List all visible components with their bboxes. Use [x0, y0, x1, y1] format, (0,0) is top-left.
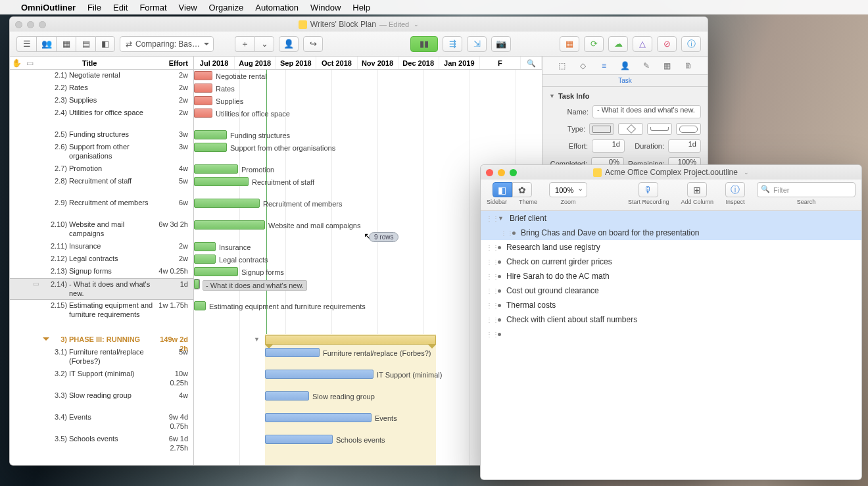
search-icon[interactable]: 🔍 [521, 57, 542, 69]
view-grid-button[interactable]: ▦ [56, 36, 76, 52]
task-row[interactable]: 2.1)Negotiate rental2w [10, 70, 193, 82]
inspector-tab-resource[interactable]: 👤 [618, 61, 633, 70]
effort-field[interactable]: 1d [592, 139, 625, 153]
view-cards-button[interactable]: ▤ [76, 36, 95, 52]
gantt-bar[interactable]: Website and mail campaigns [194, 220, 265, 230]
name-field[interactable]: - What it does and what's new. [592, 105, 701, 118]
app-menu[interactable]: OmniOutliner [21, 3, 76, 12]
menu-automation[interactable]: Automation [255, 3, 299, 12]
inspector-tab-custom[interactable]: ▦ [660, 61, 675, 70]
gantt-bar[interactable]: Utilities for office space [194, 109, 212, 118]
view-outline-button[interactable]: ☰ [16, 36, 36, 52]
outline-row[interactable]: ⋮⋮Cost out ground clearance [481, 283, 861, 298]
menubar[interactable]: OmniOutliner File Edit Format View Organ… [0, 0, 868, 14]
task-row[interactable]: 3.4)Events9w 4d 0.75h [10, 412, 193, 433]
view-people-button[interactable]: 👥 [36, 36, 56, 52]
task-row[interactable]: 2.10)Website and mail campaigns6w 3d 2h [10, 219, 193, 241]
menu-file[interactable]: File [87, 3, 101, 12]
menu-edit[interactable]: Edit [113, 3, 128, 12]
menu-help[interactable]: Help [352, 3, 370, 12]
minimize-button[interactable] [27, 21, 34, 28]
gantt-bar[interactable]: Funding structures [194, 130, 227, 139]
gantt-bar[interactable]: Rates [194, 84, 212, 93]
info-button[interactable]: ⓘ [681, 36, 701, 52]
task-row[interactable]: 2.12)Legal contracts2w [10, 253, 193, 266]
task-info-header[interactable]: Task Info [549, 92, 701, 100]
gantt-bar[interactable]: Estimating equipment and furniture requi… [194, 301, 206, 310]
publish-button[interactable]: ☁︎ [608, 36, 628, 52]
task-row[interactable]: 3.1)Furniture rental/replace (Forbes?)5w [10, 347, 193, 368]
link-button[interactable]: ↪ [303, 36, 323, 52]
task-row[interactable]: 3)PHASE III: RUNNING149w 2d 2h [10, 334, 193, 347]
task-row[interactable]: 3.5)Schools events6w 1d 2.75h [10, 433, 193, 455]
gantt-bar[interactable]: Furniture rental/replace (Forbes?) [265, 348, 320, 357]
note-column-icon[interactable]: ▭ [23, 59, 36, 68]
titlebar[interactable]: Writers' Block Plan — Edited⌄ [10, 17, 708, 32]
task-row[interactable]: 3.3)Slow reading group4w [10, 390, 193, 412]
task-row[interactable]: 2.3)Supplies2w [10, 95, 193, 107]
duration-field[interactable]: 1d [668, 139, 701, 153]
task-row[interactable]: 2.11)Insurance2w [10, 241, 193, 253]
snapshot-button[interactable]: 📷 [491, 36, 511, 52]
omnioutliner-window[interactable]: Acme Office Complex Project.ooutline⌄ ◧ … [480, 164, 862, 480]
gantt-bar[interactable]: Signup forms [194, 267, 238, 276]
gantt-bar[interactable]: Recruitment of members [194, 199, 260, 208]
level-button[interactable]: ⇶ [443, 36, 462, 52]
reschedule-button[interactable]: ⇲ [467, 36, 487, 52]
task-row[interactable]: 3.2)IT Support (minimal)10w 0.25h [10, 368, 193, 390]
catch-up-button[interactable]: ▮▮ [410, 36, 438, 52]
outline-row[interactable]: ⋮⋮ [481, 327, 861, 341]
view-board-button[interactable]: ◧ [95, 36, 115, 52]
close-button[interactable] [486, 169, 493, 176]
type-task-button[interactable] [589, 123, 614, 135]
outline-row[interactable]: ⋮⋮Bring Chas and Dave on board for the p… [481, 226, 861, 240]
zoom-button[interactable] [510, 169, 517, 176]
gantt-bar[interactable]: - What it does and what's new. [194, 279, 199, 289]
inspector-tab-attachments[interactable]: 🗎 [681, 61, 696, 70]
task-row[interactable]: 2.8)Recruitment of staff5w [10, 176, 193, 197]
task-row[interactable]: 2.4)Utilities for office space2w [10, 107, 193, 129]
gantt-bar[interactable]: Insurance [194, 242, 216, 251]
outline-row[interactable]: ⋮⋮Thermal costs [481, 298, 861, 312]
task-row[interactable]: 2.5)Funding structures3w [10, 129, 193, 141]
task-action-button[interactable]: ⌄ [254, 36, 274, 52]
effort-column-header[interactable]: Effort [155, 59, 193, 67]
add-column-button[interactable]: ⊞ [687, 182, 707, 197]
zoom-selector[interactable]: 100% [549, 182, 587, 197]
type-group-button[interactable] [676, 123, 701, 135]
gantt-bar[interactable]: Support from other organisations [194, 143, 227, 152]
task-row[interactable]: 2.15)Estimating equipment and furniture … [10, 300, 193, 334]
task-row[interactable]: 2.9)Recruitment of members6w [10, 197, 193, 219]
minimize-button[interactable] [498, 169, 505, 176]
record-button[interactable]: 🎙 [639, 182, 658, 197]
sidebar-toggle-button[interactable]: ◧ [493, 182, 512, 197]
inspect-button[interactable]: ⓘ [725, 182, 745, 197]
titlebar[interactable]: Acme Office Complex Project.ooutline⌄ [481, 165, 861, 180]
gantt-bar[interactable]: Negotiate rental [194, 71, 212, 80]
theme-button[interactable]: ✿ [512, 182, 532, 197]
zoom-button[interactable] [39, 21, 46, 28]
menu-view[interactable]: View [179, 3, 197, 12]
menu-window[interactable]: Window [310, 3, 341, 12]
phase-bar[interactable]: ▼ [265, 335, 436, 345]
inspector-tab-styles[interactable]: ✎ [639, 61, 654, 70]
task-row[interactable]: ▭2.14)- What it does and what's new.1d [10, 278, 193, 300]
gantt-bar[interactable]: Legal contracts [194, 255, 216, 264]
outline-row[interactable]: ⋮⋮Research land use registry [481, 240, 861, 255]
flag-column-icon[interactable]: ✋ [10, 59, 23, 68]
inspector-tab-milestones[interactable]: ◇ [576, 61, 591, 70]
outline-row[interactable]: ⋮⋮Check with client about staff numbers [481, 312, 861, 327]
menu-format[interactable]: Format [139, 3, 166, 12]
task-row[interactable]: 2.6)Support from other organisations3w [10, 141, 193, 163]
gantt-bar[interactable]: Supplies [194, 96, 212, 105]
inspector-tab-task[interactable]: ≡ [597, 61, 612, 70]
resource-button[interactable]: 👤 [279, 36, 299, 52]
gantt-bar[interactable]: Slow reading group [265, 391, 309, 401]
gantt-bar[interactable]: Promotion [194, 164, 238, 174]
close-button[interactable] [15, 21, 22, 28]
title-column-header[interactable]: Title [36, 59, 155, 67]
outline-row[interactable]: ⋮⋮▼Brief client [481, 211, 861, 226]
gantt-bar[interactable]: Events [265, 413, 372, 422]
menu-organize[interactable]: Organize [209, 3, 244, 12]
sync-button[interactable]: ⟳ [584, 36, 604, 52]
